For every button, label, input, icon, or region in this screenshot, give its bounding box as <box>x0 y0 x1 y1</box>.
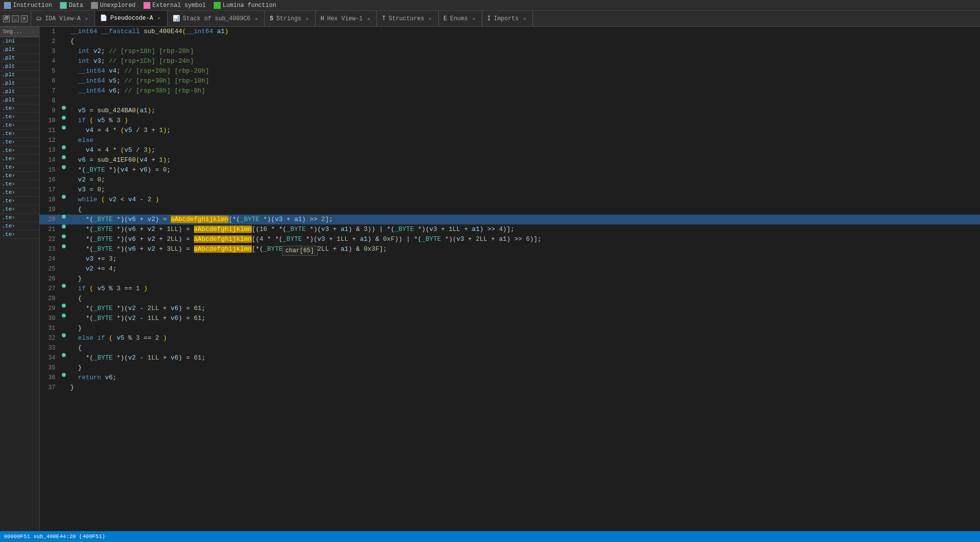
tab-ida-view[interactable]: 🗂 IDA View-A ✕ <box>31 11 95 26</box>
hex-label: Hex View-1 <box>327 15 363 22</box>
sidebar-item-te2[interactable]: .te› <box>0 113 39 121</box>
line-num-23: 23 <box>40 244 59 254</box>
sidebar-item-te3[interactable]: .te› <box>0 121 39 130</box>
code-line-16: 16 v2 = 0; <box>40 175 980 185</box>
sidebar-header: Seg... <box>0 27 39 37</box>
code-text-20: *(_BYTE *)(v6 + v2) = aAbcdefghijklmn[*(… <box>68 215 980 225</box>
dot-30 <box>62 314 66 317</box>
tab-pseudocode[interactable]: 📄 Pseudocode-A ✕ <box>95 11 167 26</box>
code-line-18: 18 while ( v2 < v4 - 2 ) <box>40 195 980 205</box>
sidebar-item-plt5[interactable]: .plt <box>0 79 39 88</box>
ida-view-close[interactable]: ✕ <box>84 15 90 22</box>
dot-col-21 <box>59 225 68 228</box>
legend-lumina-label: Lumina function <box>223 2 276 9</box>
dot-21 <box>62 225 66 228</box>
sidebar-item-te5[interactable]: .te› <box>0 138 39 146</box>
sidebar-item-te14[interactable]: .te› <box>0 214 39 222</box>
code-text-29: *(_BYTE *)(v2 - 2LL + v6) = 61; <box>68 304 980 314</box>
sidebar-item-te9[interactable]: .te› <box>0 172 39 180</box>
code-area[interactable]: 1 __int64 __fastcall sub_400E44(__int64 … <box>40 27 980 531</box>
sidebar-item-ini[interactable]: .ini <box>0 37 39 45</box>
tab-structures[interactable]: T Structures ✕ <box>377 11 438 26</box>
line-num-35: 35 <box>40 363 59 373</box>
dot-col-30 <box>59 314 68 317</box>
external-color <box>143 2 150 9</box>
code-text-35: } <box>68 363 980 373</box>
line-num-7: 7 <box>40 86 59 96</box>
code-line-25: 25 v2 += 4; <box>40 264 980 274</box>
code-line-21: 21 *(_BYTE *)(v6 + v2 + 1LL) = aAbcdefgh… <box>40 225 980 234</box>
close-button[interactable]: ✕ <box>21 15 28 22</box>
tab-imports[interactable]: I Imports ✕ <box>482 11 533 26</box>
dot-col-9 <box>59 106 68 110</box>
sidebar-item-plt7[interactable]: .plt <box>0 96 39 104</box>
dot-20 <box>62 215 66 219</box>
lumina-color <box>214 2 221 9</box>
code-line-35: 35 } <box>40 363 980 373</box>
line-num-24: 24 <box>40 254 59 264</box>
dot-col-14 <box>59 155 68 159</box>
sidebar-item-te8[interactable]: .te› <box>0 163 39 172</box>
line-num-20: 20 <box>40 215 59 225</box>
imports-close[interactable]: ✕ <box>521 15 527 22</box>
code-line-34: 34 *(_BYTE *)(v2 - 1LL + v6) = 61; <box>40 353 980 363</box>
pseudocode-label: Pseudocode-A <box>110 15 153 22</box>
line-num-8: 8 <box>40 96 59 106</box>
code-line-33: 33 { <box>40 343 980 353</box>
code-line-23: 23 *(_BYTE *)(v6 + v2 + 3LL) = aAbcdefgh… <box>40 244 980 254</box>
code-text-12: else <box>68 136 980 145</box>
sidebar-item-te13[interactable]: .te› <box>0 205 39 214</box>
sidebar-item-te12[interactable]: .te› <box>0 197 39 205</box>
ida-view-icon: 🗂 <box>36 15 42 22</box>
sidebar-item-te1[interactable]: .te› <box>0 104 39 113</box>
code-text-10: if ( v5 % 3 ) <box>68 116 980 126</box>
minimize-button[interactable]: _ <box>12 15 19 22</box>
pseudocode-close[interactable]: ✕ <box>156 15 162 22</box>
sidebar-item-plt6[interactable]: .plt <box>0 88 39 96</box>
restore-button[interactable]: 🗗 <box>3 15 10 22</box>
stack-close[interactable]: ✕ <box>253 15 259 22</box>
line-num-16: 16 <box>40 175 59 185</box>
sidebar-item-te10[interactable]: .te› <box>0 180 39 188</box>
structures-close[interactable]: ✕ <box>427 15 433 22</box>
enums-label: Enums <box>450 15 468 22</box>
sidebar-item-te16[interactable]: .te› <box>0 230 39 239</box>
sidebar-item-te4[interactable]: .te› <box>0 130 39 138</box>
enums-close[interactable]: ✕ <box>471 15 477 22</box>
sidebar-item-plt4[interactable]: .plt <box>0 71 39 79</box>
sidebar-item-plt1[interactable]: .plt <box>0 45 39 54</box>
line-num-1: 1 <box>40 27 59 37</box>
sidebar-item-te11[interactable]: .te› <box>0 188 39 197</box>
dot-col-27 <box>59 284 68 288</box>
ida-view-label: IDA View-A <box>45 15 81 22</box>
strings-close[interactable]: ✕ <box>304 15 310 22</box>
imports-icon: I <box>487 15 491 22</box>
sidebar-item-te7[interactable]: .te› <box>0 155 39 163</box>
line-num-4: 4 <box>40 56 59 66</box>
code-text-23: *(_BYTE *)(v6 + v2 + 3LL) = aAbcdefghijk… <box>68 244 980 254</box>
hex-close[interactable]: ✕ <box>366 15 372 22</box>
line-num-10: 10 <box>40 116 59 126</box>
code-text-22: *(_BYTE *)(v6 + v2 + 2LL) = aAbcdefghijk… <box>68 234 980 244</box>
sidebar-item-plt2[interactable]: .plt <box>0 54 39 62</box>
code-text-4: int v3; // [rsp+1Ch] [rbp-24h] <box>68 56 980 66</box>
code-text-21: *(_BYTE *)(v6 + v2 + 1LL) = aAbcdefghijk… <box>68 225 980 234</box>
line-num-12: 12 <box>40 136 59 145</box>
dot-34 <box>62 353 66 357</box>
sidebar-item-te6[interactable]: .te› <box>0 146 39 155</box>
sidebar-item-te15[interactable]: .te› <box>0 222 39 230</box>
tab-hex[interactable]: H Hex View-1 ✕ <box>316 11 377 26</box>
code-line-11: 11 v4 = 4 * (v5 / 3 + 1); <box>40 126 980 136</box>
legend-lumina: Lumina function <box>214 2 276 9</box>
code-line-29: 29 *(_BYTE *)(v2 - 2LL + v6) = 61; <box>40 304 980 314</box>
pseudocode-icon: 📄 <box>100 14 107 22</box>
dot-29 <box>62 304 66 308</box>
line-num-3: 3 <box>40 46 59 56</box>
unexplored-color <box>91 2 98 9</box>
tab-strings[interactable]: S Strings ✕ <box>265 11 316 26</box>
tab-enums[interactable]: E Enums ✕ <box>439 11 482 26</box>
code-line-20: 20 *(_BYTE *)(v6 + v2) = aAbcdefghijklmn… <box>40 215 980 225</box>
sidebar-item-plt3[interactable]: .plt <box>0 62 39 71</box>
code-line-1: 1 __int64 __fastcall sub_400E44(__int64 … <box>40 27 980 37</box>
tab-stack[interactable]: 📊 Stack of sub_4009C6 ✕ <box>168 11 265 26</box>
